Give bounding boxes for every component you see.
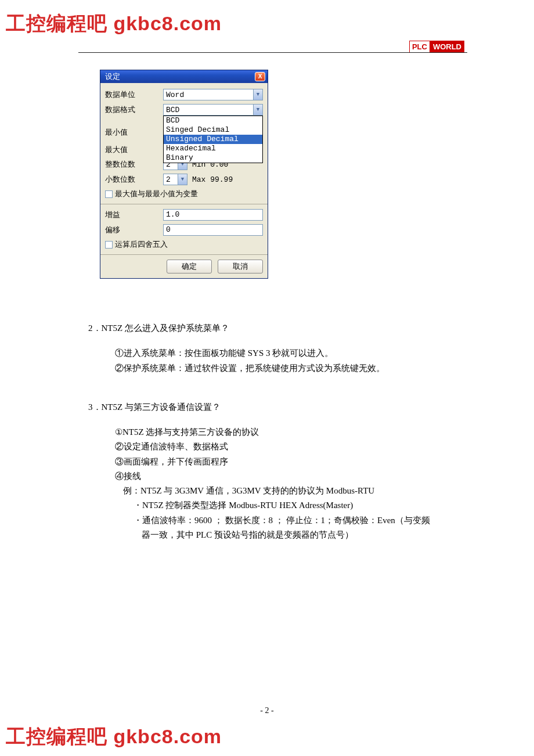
label-offset: 偏移 <box>105 225 163 235</box>
watermark-bottom: 工控编程吧 gkbc8.com <box>6 723 222 750</box>
format-option[interactable]: BCD <box>164 116 262 125</box>
qa-3-sub: 例：NT5Z 与 3G3MV 通信，3G3MV 支持的的协议为 Modbus-R… <box>115 484 460 498</box>
watermark-top: 工控编程吧 gkbc8.com <box>6 10 222 37</box>
label-gain: 增益 <box>105 210 163 220</box>
close-icon[interactable]: X <box>255 72 265 81</box>
logo-world: WORLD <box>430 41 464 53</box>
qa-2-title: 2．NT5Z 怎么进入及保护系统菜单？ <box>88 322 460 335</box>
chevron-down-icon[interactable]: ▼ <box>253 105 262 115</box>
settings-dialog: 设定 X 数据单位 Word ▼ 数据格式 BCD ▼ BCDSinged De… <box>100 70 268 279</box>
qa-2-line: ①进入系统菜单：按住面板功能键 SYS 3 秒就可以进入。 <box>115 347 460 360</box>
max-range-label: Max 99.99 <box>192 175 233 184</box>
qa-item-3: 3．NT5Z 与第三方设备通信设置？ ①NT5Z 选择与支持第三方设备的协议 ②… <box>88 401 460 542</box>
qa-2-line: ②保护系统菜单：通过软件设置，把系统键使用方式设为系统键无效。 <box>115 362 460 375</box>
format-option[interactable]: Singed Decimal <box>164 125 262 135</box>
chevron-down-icon[interactable]: ▼ <box>178 174 187 185</box>
combo-data-format-value: BCD <box>166 106 179 114</box>
format-option[interactable]: Hexadecimal <box>164 144 262 153</box>
qa-3-line: ③画面编程，并下传画面程序 <box>115 455 460 469</box>
cancel-button[interactable]: 取消 <box>218 260 263 273</box>
qa-3-sub: ・NT5Z 控制器类型选择 Modbus-RTU HEX Adress(Mast… <box>115 499 460 512</box>
dialog-title: 设定 <box>105 71 120 82</box>
combo-dec-digits-value: 2 <box>166 175 171 184</box>
label-int-digits: 整数位数 <box>105 159 163 170</box>
checkbox-round[interactable] <box>105 241 113 249</box>
qa-3-line: ④接线 <box>115 470 460 483</box>
logo: PLCWORLD <box>409 41 464 53</box>
dialog-body: 数据单位 Word ▼ 数据格式 BCD ▼ BCDSinged Decimal… <box>100 83 268 278</box>
label-data-format: 数据格式 <box>105 105 163 115</box>
format-option[interactable]: Binary <box>164 153 262 163</box>
ok-button[interactable]: 确定 <box>167 260 212 273</box>
combo-data-unit-value: Word <box>166 91 184 99</box>
combo-data-format[interactable]: BCD ▼ BCDSinged DecimalUnsigned DecimalH… <box>163 104 263 116</box>
qa-3-line: ①NT5Z 选择与支持第三方设备的协议 <box>115 426 460 439</box>
label-max-value: 最大值 <box>105 145 163 155</box>
qa-3-sub: ・通信波特率：9600 ； 数据长度：8 ； 停止位：1；奇偶校验：Even（与… <box>115 514 460 527</box>
qa-item-2: 2．NT5Z 怎么进入及保护系统菜单？ ①进入系统菜单：按住面板功能键 SYS … <box>88 322 460 375</box>
qa-3-title: 3．NT5Z 与第三方设备通信设置？ <box>88 401 460 414</box>
dialog-titlebar[interactable]: 设定 X <box>100 70 268 83</box>
input-gain[interactable]: 1.0 <box>163 209 263 221</box>
separator <box>100 204 268 204</box>
header-rule <box>78 52 467 53</box>
qa-3-sub: 器一致，其中 PLC 预设站号指的就是变频器的节点号） <box>115 528 460 542</box>
input-offset[interactable]: 0 <box>163 224 263 236</box>
logo-plc: PLC <box>409 41 430 53</box>
label-data-unit: 数据单位 <box>105 89 163 100</box>
label-min-value: 最小值 <box>105 127 163 138</box>
page-number: - 2 - <box>0 706 534 715</box>
label-round: 运算后四舍五入 <box>115 239 168 250</box>
label-dec-digits: 小数位数 <box>105 174 163 185</box>
data-format-dropdown[interactable]: BCDSinged DecimalUnsigned DecimalHexadec… <box>163 116 263 163</box>
format-option[interactable]: Unsigned Decimal <box>164 135 262 144</box>
checkbox-var-minmax[interactable] <box>105 190 113 198</box>
qa-3-line: ②设定通信波特率、数据格式 <box>115 440 460 453</box>
label-var-minmax: 最大值与最最小值为变量 <box>115 189 198 199</box>
document-body: 2．NT5Z 怎么进入及保护系统菜单？ ①进入系统菜单：按住面板功能键 SYS … <box>88 322 460 556</box>
combo-data-unit[interactable]: Word ▼ <box>163 89 263 100</box>
combo-dec-digits[interactable]: 2 ▼ <box>163 174 187 185</box>
chevron-down-icon[interactable]: ▼ <box>253 89 262 100</box>
